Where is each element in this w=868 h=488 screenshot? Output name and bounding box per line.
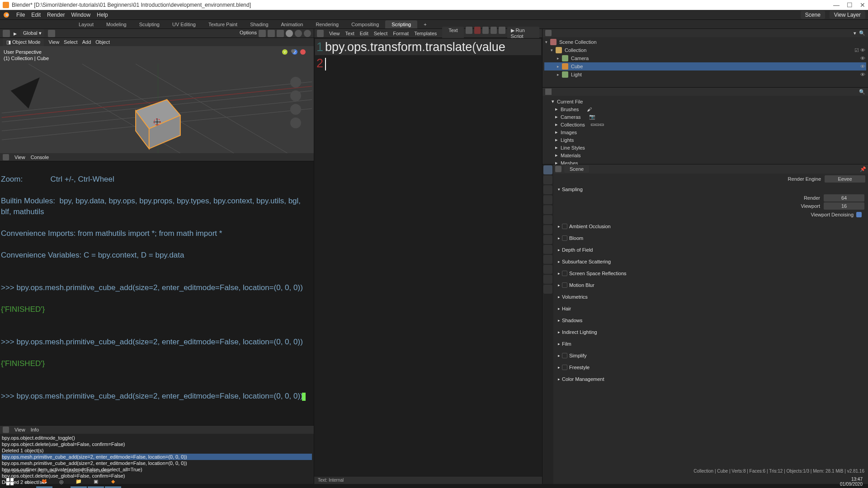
- props-tabs[interactable]: [542, 164, 553, 484]
- unlink-text-icon[interactable]: [474, 27, 481, 34]
- close-button[interactable]: ✕: [860, 1, 865, 9]
- tab-compositing[interactable]: Compositing: [345, 20, 385, 28]
- overlay-icon[interactable]: [259, 30, 266, 37]
- start-button[interactable]: [2, 476, 18, 488]
- tab-shading[interactable]: Shading: [244, 20, 274, 28]
- props-tab-texture[interactable]: [543, 285, 552, 294]
- properties-panel[interactable]: Scene 📌 Render EngineEevee ▾Sampling Ren…: [542, 164, 868, 484]
- text-editor[interactable]: View Text Edit Select Format Templates T…: [314, 29, 542, 484]
- info-menu-view[interactable]: View: [14, 427, 25, 432]
- row-linestyles[interactable]: Line Styles: [561, 145, 585, 150]
- props-type-icon[interactable]: [555, 166, 561, 172]
- section-dof[interactable]: Depth of Field: [562, 247, 593, 253]
- txt-menu-view[interactable]: View: [329, 31, 340, 36]
- row-brushes[interactable]: Brushes: [561, 107, 579, 112]
- props-tab-physics[interactable]: [543, 245, 552, 254]
- shading-solid-icon[interactable]: [286, 30, 293, 37]
- row-lights[interactable]: Lights: [561, 137, 574, 143]
- cmd-icon[interactable]: ▣: [88, 476, 104, 488]
- txt-menu-templates[interactable]: Templates: [414, 31, 437, 36]
- section-hair[interactable]: Hair: [562, 306, 571, 311]
- nav-gizmo[interactable]: Z Y: [282, 49, 309, 131]
- menu-render[interactable]: Render: [47, 12, 65, 18]
- editor-type-icon[interactable]: [3, 30, 10, 37]
- section-sss[interactable]: Subsurface Scattering: [562, 259, 611, 264]
- props-tab-render[interactable]: [543, 165, 552, 174]
- props-tab-world[interactable]: [543, 205, 552, 214]
- txt-menu-edit[interactable]: Edit: [360, 31, 368, 36]
- props-tab-data[interactable]: [543, 265, 552, 274]
- search-icon[interactable]: 🔍: [859, 89, 865, 95]
- orientation-dropdown[interactable]: Global ▾: [20, 29, 44, 37]
- syntax-icon[interactable]: [499, 27, 505, 34]
- props-tab-particles[interactable]: [543, 235, 552, 244]
- section-ssr[interactable]: Screen Space Reflections: [569, 271, 627, 276]
- section-vol[interactable]: Volumetrics: [562, 294, 588, 300]
- pan-icon[interactable]: [290, 90, 301, 101]
- taskview-button[interactable]: ▭: [19, 476, 35, 488]
- info-line[interactable]: bpy.ops.mesh.primitive_cube_add(size=2, …: [2, 460, 312, 466]
- props-tab-scene[interactable]: [543, 195, 552, 204]
- menu-edit[interactable]: Edit: [31, 12, 41, 18]
- line-numbers-icon[interactable]: [482, 27, 489, 34]
- explorer-icon[interactable]: 📁: [71, 476, 87, 488]
- text-editor-body[interactable]: 1bpy.ops.transform.translate(value 2: [314, 38, 542, 477]
- filter-icon[interactable]: ▾: [854, 30, 856, 36]
- search-icon[interactable]: 🔍: [859, 30, 865, 36]
- ortho-toggle-icon[interactable]: [290, 117, 301, 128]
- outliner-camera[interactable]: Camera: [571, 56, 589, 61]
- outliner-light[interactable]: Light: [571, 72, 582, 77]
- outliner-scene-collection[interactable]: Scene Collection: [559, 39, 597, 45]
- sampling-viewport[interactable]: 16: [824, 202, 864, 210]
- outliner[interactable]: ▾ 🔍 ▾Scene Collection ▾Collection☑ 👁 ▸Ca…: [542, 29, 868, 88]
- shading-matprev-icon[interactable]: [295, 30, 302, 37]
- props-tab-constraints[interactable]: [543, 255, 552, 264]
- row-materials[interactable]: Materials: [561, 153, 581, 158]
- pin-icon[interactable]: 📌: [860, 166, 866, 172]
- txt-menu-select[interactable]: Select: [374, 31, 388, 36]
- outliner-cube[interactable]: Cube: [571, 64, 583, 69]
- tab-sculpting[interactable]: Sculpting: [133, 20, 166, 28]
- row-cameras[interactable]: Cameras: [561, 114, 581, 120]
- file-type-icon[interactable]: [545, 89, 552, 95]
- sampling-render[interactable]: 64: [824, 194, 864, 202]
- texteditor-type-icon[interactable]: [317, 30, 324, 37]
- console-menu-console[interactable]: Console: [31, 155, 49, 160]
- render-engine-dropdown[interactable]: Eevee: [825, 175, 865, 183]
- txt-menu-text[interactable]: Text: [345, 31, 354, 36]
- snap-icon[interactable]: [48, 30, 55, 37]
- info-log[interactable]: View Info bpy.ops.object.editmode_toggle…: [0, 425, 314, 484]
- props-tab-material[interactable]: [543, 275, 552, 284]
- tab-uvediting[interactable]: UV Editing: [166, 20, 202, 28]
- zoom-icon[interactable]: [290, 77, 301, 88]
- section-sampling[interactable]: Sampling: [562, 187, 583, 192]
- shading-wire-icon[interactable]: [277, 30, 284, 37]
- info-type-icon[interactable]: [3, 427, 9, 433]
- section-ao[interactable]: Ambient Occlusion: [569, 224, 611, 229]
- props-tab-output[interactable]: [543, 175, 552, 184]
- tab-rendering[interactable]: Rendering: [309, 20, 345, 28]
- scene-selector[interactable]: Scene: [801, 11, 825, 19]
- tab-modeling[interactable]: Modeling: [100, 20, 133, 28]
- section-bloom[interactable]: Bloom: [569, 235, 583, 241]
- currentfile-title[interactable]: Current File: [557, 99, 583, 104]
- xray-icon[interactable]: [268, 30, 275, 37]
- info-line[interactable]: Deleted 1 object(s): [2, 447, 312, 454]
- python-console[interactable]: View Console Zoom: Ctrl +/-, Ctrl-Wheel …: [0, 153, 314, 425]
- firefox-icon[interactable]: 🦊: [36, 476, 52, 488]
- props-scene-field[interactable]: Scene: [564, 165, 589, 173]
- shading-rendered-icon[interactable]: [304, 30, 311, 37]
- viewlayer-selector[interactable]: View Layer: [830, 11, 865, 19]
- section-color[interactable]: Color Management: [562, 376, 604, 382]
- section-film[interactable]: Film: [562, 341, 571, 347]
- row-images[interactable]: Images: [561, 130, 577, 135]
- camera-view-icon[interactable]: [290, 104, 301, 115]
- info-line[interactable]: bpy.ops.object.delete(use_global=False, …: [2, 441, 312, 447]
- menu-file[interactable]: File: [16, 12, 25, 18]
- wordwrap-icon[interactable]: [491, 27, 497, 34]
- section-simplify[interactable]: Simplify: [569, 353, 587, 358]
- info-menu-info[interactable]: Info: [31, 427, 39, 432]
- console-type-icon[interactable]: [3, 154, 9, 160]
- console-output[interactable]: Zoom: Ctrl +/-, Ctrl-Wheel Builtin Modul…: [0, 161, 314, 425]
- menu-window[interactable]: Window: [71, 12, 90, 18]
